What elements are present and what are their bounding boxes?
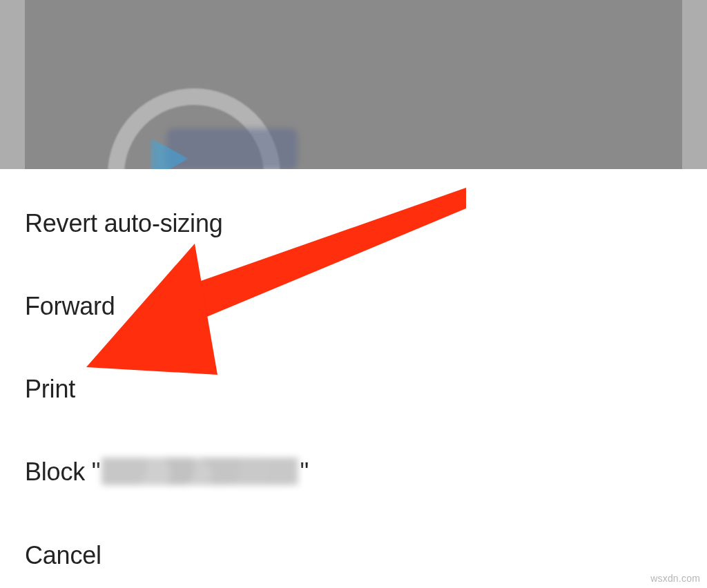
- menu-item-label-prefix: Block ": [25, 458, 100, 486]
- redacted-sender-name: [101, 458, 298, 485]
- menu-item-revert-auto-sizing[interactable]: Revert auto-sizing: [0, 193, 707, 275]
- backdrop-inner: [25, 0, 682, 169]
- menu-item-forward[interactable]: Forward: [0, 275, 707, 358]
- menu-item-print[interactable]: Print: [0, 358, 707, 441]
- watermark-text: wsxdn.com: [650, 573, 700, 584]
- menu-item-label: Forward: [25, 292, 115, 320]
- menu-item-label: Revert auto-sizing: [25, 209, 223, 237]
- menu-item-label-suffix: ": [300, 458, 309, 486]
- menu-item-label: Print: [25, 375, 75, 403]
- backdrop-left-edge: [0, 0, 25, 169]
- backdrop-right-edge: [682, 0, 707, 169]
- backdrop-dimmed-content: [0, 0, 707, 169]
- menu-item-block-sender[interactable]: Block "": [0, 441, 707, 525]
- menu-item-label: Cancel: [25, 541, 101, 569]
- backdrop-blob-shape: [166, 128, 298, 170]
- menu-item-cancel[interactable]: Cancel: [0, 525, 707, 588]
- action-sheet: Revert auto-sizing Forward Print Block "…: [0, 169, 707, 588]
